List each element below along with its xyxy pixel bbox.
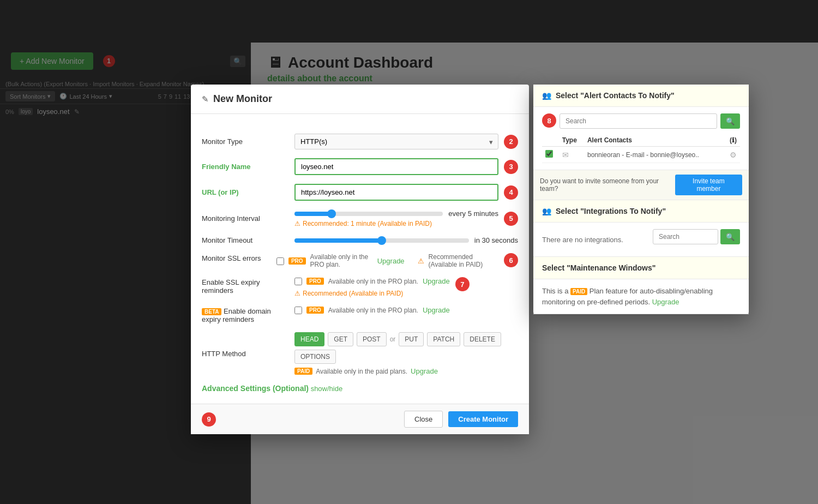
- method-head[interactable]: HEAD: [294, 332, 324, 346]
- interval-slider: every 5 minutes: [294, 209, 498, 218]
- http-method-buttons: HEAD GET POST or PUT PATCH DELETE OPTION…: [294, 332, 518, 364]
- step-badge-3: 3: [504, 160, 518, 174]
- paid-method-upgrade-link[interactable]: Upgrade: [411, 367, 438, 375]
- monitoring-interval-label: Monitoring Interval: [202, 214, 289, 223]
- maintenance-upgrade-link[interactable]: Upgrade: [652, 298, 679, 306]
- paid-method-text: Available only in the paid plans.: [316, 368, 407, 375]
- timeout-track[interactable]: [294, 238, 469, 243]
- th-type: Type: [559, 134, 584, 147]
- step-badge-6: 6: [504, 253, 518, 267]
- monitoring-interval-row: Monitoring Interval every 5 minutes ⚠ Re…: [202, 209, 518, 227]
- ssl-expiry-row: Enable SSL expiry reminders PRO Availabl…: [202, 277, 518, 297]
- monitor-type-select[interactable]: HTTP(s): [294, 134, 498, 149]
- pro-badge-domain: PRO: [306, 307, 324, 314]
- timeout-label: in 30 seconds: [474, 236, 518, 244]
- monitor-timeout-label: Monitor Timeout: [202, 236, 289, 244]
- advanced-settings-link[interactable]: Advanced Settings (Optional): [202, 384, 309, 393]
- modal-header: ✎ New Monitor: [191, 85, 529, 114]
- ssl-expiry-checkbox[interactable]: [294, 278, 302, 285]
- create-monitor-button[interactable]: Create Monitor: [448, 411, 518, 427]
- integrations-section: 👥 Select "Integrations To Notify" There …: [533, 200, 749, 257]
- timeout-thumb[interactable]: [377, 236, 386, 245]
- method-delete[interactable]: DELETE: [464, 332, 501, 346]
- ssl-errors-checkbox[interactable]: [276, 257, 284, 265]
- interval-fill: [294, 212, 332, 216]
- close-button[interactable]: Close: [404, 411, 443, 428]
- ssl-expiry-pro-text: Available only in the PRO plan.: [328, 278, 418, 285]
- maintenance-text-before: This is a: [542, 287, 568, 295]
- right-panel: 👥 Select "Alert Contacts To Notify" 8 🔍 …: [533, 85, 749, 314]
- maintenance-title: Select "Maintenance Windows": [542, 263, 655, 272]
- contact-name-cell: bonnieoran - E-mail - bonnie@loyseo..: [584, 147, 724, 163]
- new-monitor-modal: ✎ New Monitor Monitor Type HTTP(s) ▾ 2 F…: [191, 85, 529, 434]
- contact-gear-cell: ⚙: [724, 147, 740, 163]
- integrations-title: Select "Integrations To Notify": [556, 207, 666, 215]
- th-checkbox: [542, 134, 559, 147]
- ssl-pro-text: Available only in the PRO plan.: [310, 253, 373, 268]
- integrations-search-input[interactable]: [653, 229, 718, 244]
- ssl-label: Monitor SSL errors: [202, 253, 271, 262]
- or-text: or: [390, 335, 396, 343]
- interval-thumb[interactable]: [327, 209, 336, 218]
- domain-expiry-checkbox[interactable]: [294, 307, 302, 314]
- step-badge-5: 5: [504, 212, 518, 226]
- monitor-type-control: HTTP(s) ▾: [294, 134, 498, 149]
- contact-checkbox-cell: [542, 147, 559, 163]
- modal-body: Monitor Type HTTP(s) ▾ 2 Friendly Name 3…: [191, 114, 529, 404]
- friendly-name-input[interactable]: [294, 158, 498, 175]
- ssl-content: PRO Available only in the PRO plan. Upgr…: [276, 253, 498, 268]
- contacts-table-header: Type Alert Contacts (ℹ): [542, 134, 740, 147]
- friendly-name-row: Friendly Name 3: [202, 158, 518, 175]
- method-post[interactable]: POST: [357, 332, 387, 346]
- maintenance-header: Select "Maintenance Windows": [533, 257, 749, 279]
- pro-badge-expiry: PRO: [306, 278, 324, 285]
- step-badge-9: 9: [202, 412, 216, 427]
- contact-checkbox[interactable]: [545, 150, 553, 158]
- alert-search-row: 8 🔍: [542, 113, 740, 129]
- alert-search-input[interactable]: [560, 113, 717, 129]
- timeout-slider: in 30 seconds: [294, 236, 518, 244]
- integrations-row: There are no integrations. 🔍: [542, 229, 740, 250]
- method-put[interactable]: PUT: [399, 332, 424, 346]
- ssl-expiry-upgrade-link[interactable]: Upgrade: [423, 277, 450, 285]
- modal-title: New Monitor: [213, 93, 272, 105]
- paid-badge-method: PAID: [294, 368, 312, 375]
- interval-label: every 5 minutes: [448, 209, 498, 218]
- method-get[interactable]: GET: [328, 332, 353, 346]
- monitor-type-select-wrap: HTTP(s) ▾: [294, 134, 498, 149]
- invite-team-member-button[interactable]: Invite team member: [675, 175, 742, 195]
- info-icon[interactable]: ℹ: [732, 136, 735, 144]
- integrations-header: 👥 Select "Integrations To Notify": [533, 200, 749, 223]
- monitor-type-label: Monitor Type: [202, 137, 289, 146]
- timeout-fill: [294, 238, 382, 243]
- gear-icon[interactable]: ⚙: [730, 151, 737, 159]
- step-badge-8: 8: [542, 113, 556, 128]
- alert-search-button[interactable]: 🔍: [720, 113, 740, 129]
- contacts-table: Type Alert Contacts (ℹ) ✉ bonnieoran - E…: [542, 134, 740, 163]
- url-input[interactable]: [294, 184, 498, 201]
- show-hide-link[interactable]: show/hide: [311, 385, 343, 393]
- edit-icon: ✎: [202, 94, 209, 104]
- integrations-icon: 👥: [542, 207, 551, 215]
- th-alert-contacts: Alert Contacts: [584, 134, 724, 147]
- pro-badge-ssl: PRO: [288, 257, 306, 265]
- method-patch[interactable]: PATCH: [427, 332, 460, 346]
- alert-contacts-body: 8 🔍 Type Alert Contacts (ℹ) ✉: [533, 107, 749, 170]
- invite-row: Do you want to invite someone from your …: [533, 170, 749, 200]
- integrations-body: There are no integrations. 🔍: [533, 223, 749, 256]
- alert-contacts-title: Select "Alert Contacts To Notify": [556, 91, 675, 100]
- http-method-row: HTTP Method HEAD GET POST or PUT PATCH D…: [202, 332, 518, 375]
- no-integrations-text: There are no integrations.: [542, 231, 623, 248]
- integrations-search-button[interactable]: 🔍: [720, 229, 740, 244]
- method-options[interactable]: OPTIONS: [294, 350, 336, 364]
- domain-expiry-upgrade-link[interactable]: Upgrade: [423, 306, 450, 314]
- ssl-upgrade-link[interactable]: Upgrade: [377, 257, 405, 265]
- ssl-rec-text: Recommended (Available in PAID): [429, 253, 498, 268]
- maintenance-body: This is a PAID Plan feature for auto-dis…: [533, 279, 749, 314]
- ssl-expiry-warning: ⚠ Recommended (Available in PAID): [294, 290, 450, 297]
- ssl-check-row: PRO Available only in the PRO plan. Upgr…: [276, 253, 498, 268]
- domain-expiry-row: BETA Enable domain expiry reminders PRO …: [202, 306, 518, 323]
- interval-track[interactable]: [294, 212, 443, 216]
- url-row: URL (or IP) 4: [202, 184, 518, 201]
- monitor-timeout-row: Monitor Timeout in 30 seconds: [202, 236, 518, 244]
